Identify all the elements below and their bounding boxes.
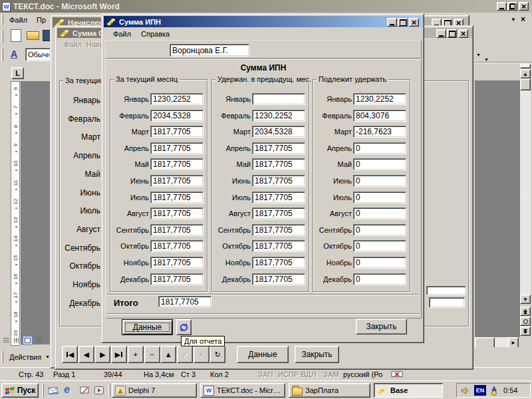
styles-icon[interactable]: A — [11, 49, 17, 59]
outline-view-icon[interactable] — [34, 336, 44, 345]
scrollbar-thumb[interactable] — [520, 78, 531, 90]
month-value-input[interactable] — [353, 175, 406, 187]
nav-insert-button[interactable]: + — [128, 346, 144, 363]
show-desktop-icon[interactable] — [79, 385, 90, 397]
month-value-input[interactable] — [353, 158, 406, 170]
toolbar-grip[interactable] — [1, 30, 3, 43]
vertical-scrollbar[interactable]: ▲ ▼ — [520, 63, 531, 337]
taskbar-grip[interactable] — [108, 384, 110, 397]
month-value-input[interactable] — [150, 224, 203, 236]
word-menu-file[interactable]: Файл — [9, 16, 27, 24]
payment-edit-partial[interactable] — [429, 297, 465, 308]
month-value-input[interactable] — [353, 207, 406, 219]
status-flag-trk[interactable]: ИСПР — [278, 370, 299, 378]
toolbar-grip[interactable] — [1, 49, 3, 61]
ipn-close-button[interactable] — [409, 18, 419, 27]
month-value-input[interactable] — [150, 240, 203, 252]
spelling-status-icon[interactable] — [391, 370, 403, 379]
payment-edit-partial[interactable] — [426, 286, 466, 295]
tray-wizard-icon[interactable] — [489, 385, 499, 396]
month-value-input[interactable] — [252, 257, 305, 269]
print-layout-view-icon[interactable] — [23, 336, 33, 345]
start-button[interactable]: Пуск — [1, 383, 39, 398]
month-value-input[interactable] — [150, 93, 203, 105]
ipn-menu-file[interactable]: Файл — [113, 30, 131, 38]
employee-name-input[interactable] — [170, 44, 249, 57]
task-button[interactable]: Delphi 7 — [112, 383, 197, 398]
month-value-input[interactable] — [353, 110, 406, 122]
status-flag-ext[interactable]: ВДЛ — [301, 370, 316, 378]
month-value-input[interactable] — [252, 158, 305, 170]
open-folder-icon[interactable] — [27, 31, 39, 40]
actions-menu-button[interactable]: Действия — [9, 353, 41, 361]
tab-selector-box[interactable]: L — [11, 67, 24, 79]
outlook-express-icon[interactable] — [48, 385, 59, 397]
month-value-input[interactable] — [252, 175, 305, 187]
word-restore-button[interactable] — [507, 2, 517, 11]
month-value-input[interactable] — [252, 142, 305, 154]
clock[interactable]: 0:54 — [503, 386, 517, 394]
month-value-input[interactable] — [353, 273, 406, 285]
payment-close-button2[interactable]: Закрыть — [295, 346, 339, 363]
payment-minimize-button[interactable] — [436, 29, 446, 38]
payment-close-button[interactable] — [458, 29, 468, 38]
select-browse-object-icon[interactable] — [520, 317, 531, 326]
toolbar-options-icon[interactable]: ▼ — [484, 57, 489, 62]
nav-next-button[interactable]: ▶ — [94, 346, 110, 363]
scroll-up-icon[interactable]: ▲ — [520, 69, 531, 78]
scrollbar-track[interactable] — [520, 78, 531, 295]
payment-menu-file[interactable]: Файл — [64, 41, 82, 49]
word-close-button[interactable] — [519, 2, 529, 11]
internet-explorer-icon[interactable]: e — [64, 384, 70, 396]
web-layout-view-icon[interactable] — [12, 336, 22, 345]
scroll-down-icon[interactable]: ▼ — [520, 295, 531, 304]
nav-first-button[interactable]: ◀ — [62, 346, 78, 363]
status-flag-ovr[interactable]: ЗАМ — [323, 370, 339, 378]
document-close-icon[interactable]: × — [521, 15, 525, 24]
payment-data-button[interactable]: Данные — [237, 346, 289, 363]
task-button[interactable]: Base — [374, 383, 443, 398]
nav-post-button[interactable]: ✓ — [177, 346, 193, 363]
month-value-input[interactable] — [150, 175, 203, 187]
previous-page-icon[interactable] — [520, 307, 531, 316]
next-page-icon[interactable] — [520, 327, 531, 336]
month-value-input[interactable] — [150, 142, 203, 154]
word-menu-edit[interactable]: Пр — [37, 16, 46, 24]
word-minimize-button[interactable] — [497, 2, 507, 11]
nav-refresh-button[interactable]: ↻ — [209, 346, 225, 363]
new-document-icon[interactable] — [11, 29, 21, 42]
nav-prior-button[interactable]: ◀ — [78, 346, 94, 363]
payment-maximize-button[interactable] — [447, 29, 457, 38]
split-handle[interactable] — [520, 64, 531, 68]
status-language[interactable]: русский (Ро — [343, 370, 382, 378]
ipn-menu-help[interactable]: Справка — [141, 30, 170, 38]
month-value-input[interactable] — [150, 158, 203, 170]
taskbar-grip[interactable] — [42, 384, 44, 397]
ipn-maximize-button[interactable] — [398, 18, 408, 27]
month-value-input[interactable] — [252, 93, 305, 105]
month-value-input[interactable] — [353, 126, 406, 138]
task-button[interactable]: ТЕКСТ.doc - Micro... — [200, 383, 285, 398]
menubar-grip[interactable] — [1, 15, 3, 25]
month-value-input[interactable] — [353, 257, 406, 269]
menubar-dropdown-icon[interactable]: ▼ — [511, 17, 516, 23]
status-flag-rec[interactable]: ЗАП — [258, 370, 273, 378]
toolbar-options-icon[interactable]: ▼ — [476, 53, 481, 57]
month-value-input[interactable] — [353, 192, 406, 203]
nav-delete-button[interactable]: − — [144, 346, 160, 363]
month-value-input[interactable] — [353, 224, 406, 236]
month-value-input[interactable] — [252, 126, 305, 138]
month-value-input[interactable] — [252, 273, 305, 285]
month-value-input[interactable] — [150, 273, 203, 285]
media-player-icon[interactable] — [94, 385, 104, 397]
month-value-input[interactable] — [252, 110, 305, 122]
nav-last-button[interactable]: ▶ — [111, 346, 127, 363]
month-value-input[interactable] — [150, 257, 203, 269]
month-value-input[interactable] — [252, 240, 305, 252]
task-button[interactable]: ЗарПлата — [289, 383, 370, 398]
nav-edit-button[interactable]: ▲ — [160, 346, 176, 363]
month-value-input[interactable] — [150, 110, 203, 122]
month-value-input[interactable] — [353, 240, 406, 252]
ipn-close-button2[interactable]: Закрыть — [356, 319, 407, 334]
ipn-titlebar[interactable]: Сумма ИПН — [104, 16, 423, 27]
